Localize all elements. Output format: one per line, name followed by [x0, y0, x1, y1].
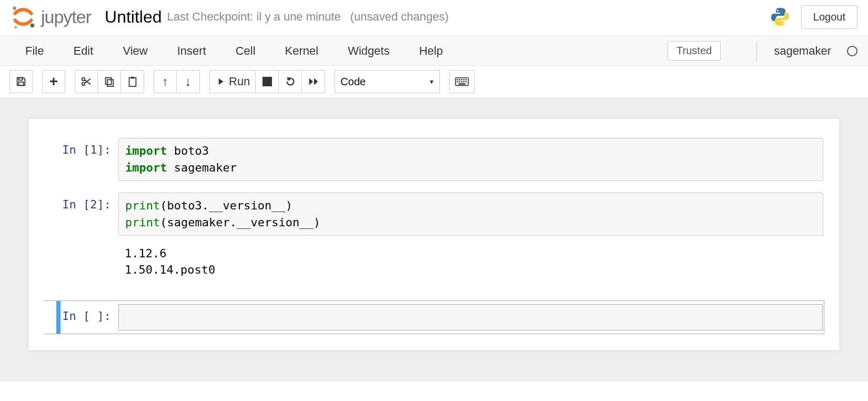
plus-icon: +	[49, 73, 58, 90]
restart-button[interactable]	[279, 70, 302, 93]
python-icon	[770, 6, 791, 27]
menu-view[interactable]: View	[108, 38, 162, 64]
command-palette-button[interactable]	[449, 70, 475, 93]
cell-output: x1.12.6 1.50.14.post0	[29, 239, 839, 292]
menu-kernel[interactable]: Kernel	[270, 38, 334, 64]
svg-rect-22	[463, 81, 465, 82]
svg-rect-5	[18, 78, 22, 81]
svg-rect-14	[457, 79, 458, 80]
svg-rect-9	[105, 78, 111, 85]
save-icon	[15, 76, 27, 87]
stop-icon	[263, 77, 272, 86]
svg-point-3	[776, 9, 778, 11]
checkpoint-text: Last Checkpoint: il y a une minute	[167, 10, 341, 24]
trusted-button[interactable]: Trusted	[668, 41, 721, 61]
jupyter-brand-text: jupyter	[41, 7, 91, 27]
svg-rect-6	[18, 82, 23, 85]
cell-type-select-wrap[interactable]: Code	[335, 70, 440, 93]
run-label: Run	[229, 75, 250, 88]
cell-selection-bar	[56, 301, 60, 334]
restart-run-all-button[interactable]	[302, 70, 325, 93]
code-input[interactable]: import boto3 import sagemaker	[118, 138, 823, 181]
copy-button[interactable]	[98, 70, 121, 93]
svg-point-1	[31, 23, 35, 27]
svg-rect-24	[459, 83, 466, 84]
svg-point-4	[782, 22, 783, 24]
notebook[interactable]: In [1]:import boto3 import sagemakerIn […	[29, 119, 839, 350]
copy-icon	[104, 76, 115, 87]
save-button[interactable]	[9, 70, 33, 93]
menu-file[interactable]: File	[11, 38, 58, 64]
menu-insert[interactable]: Insert	[163, 38, 221, 64]
input-prompt: In [2]:	[45, 193, 118, 211]
svg-rect-12	[131, 77, 134, 79]
header: jupyter Untitled Last Checkpoint: il y a…	[0, 0, 868, 36]
svg-rect-19	[457, 81, 458, 82]
svg-rect-10	[107, 79, 113, 86]
svg-point-0	[13, 6, 16, 10]
paste-icon	[127, 76, 138, 87]
code-input[interactable]: print(boto3.__version__) print(sagemaker…	[118, 193, 823, 236]
input-prompt: In [ ]:	[45, 304, 118, 323]
menu-help[interactable]: Help	[405, 38, 458, 64]
arrow-down-icon: ↓	[185, 74, 191, 89]
svg-point-2	[14, 26, 17, 29]
svg-rect-16	[461, 79, 462, 80]
svg-rect-15	[459, 79, 460, 80]
move-up-button[interactable]: ↑	[154, 70, 177, 93]
kernel-status-icon[interactable]	[847, 46, 857, 56]
logout-button[interactable]: Logout	[801, 5, 857, 29]
kernel-name[interactable]: sagemaker	[774, 44, 831, 58]
run-button[interactable]: Run	[209, 70, 256, 93]
paste-button[interactable]	[121, 70, 144, 93]
interrupt-button[interactable]	[256, 70, 279, 93]
code-cell[interactable]: In [ ]:	[44, 300, 824, 334]
code-input[interactable]	[118, 304, 823, 330]
notebook-name[interactable]: Untitled	[105, 7, 162, 27]
arrow-up-icon: ↑	[162, 74, 168, 89]
svg-rect-17	[463, 79, 465, 80]
jupyter-logo[interactable]: jupyter	[11, 4, 91, 29]
fast-forward-icon	[308, 76, 319, 87]
menubar: FileEditViewInsertCellKernelWidgetsHelp …	[0, 36, 868, 66]
run-icon	[215, 77, 225, 86]
svg-rect-18	[466, 79, 467, 80]
scissors-icon	[80, 76, 92, 87]
move-down-button[interactable]: ↓	[177, 70, 200, 93]
menu-edit[interactable]: Edit	[58, 38, 108, 64]
unsaved-text: (unsaved changes)	[350, 10, 449, 24]
keyboard-icon	[455, 77, 469, 86]
svg-rect-20	[459, 81, 460, 82]
menubar-separator	[756, 41, 757, 61]
notebook-container: In [1]:import boto3 import sagemakerIn […	[0, 98, 868, 382]
restart-icon	[285, 76, 296, 87]
jupyter-icon	[11, 4, 36, 29]
menu-cell[interactable]: Cell	[221, 38, 270, 64]
input-prompt: In [1]:	[45, 138, 118, 156]
code-cell[interactable]: In [1]:import boto3 import sagemaker	[29, 135, 839, 184]
svg-rect-11	[129, 78, 136, 87]
code-cell[interactable]: In [2]:print(boto3.__version__) print(sa…	[29, 189, 839, 239]
output-text: 1.12.6 1.50.14.post0	[118, 242, 221, 282]
svg-rect-21	[461, 81, 462, 82]
toolbar: + ↑ ↓ Run	[0, 66, 868, 98]
svg-rect-23	[466, 81, 467, 82]
add-cell-button[interactable]: +	[42, 70, 65, 93]
cell-type-select[interactable]: Code	[335, 70, 440, 93]
cut-button[interactable]	[75, 70, 98, 93]
menu-widgets[interactable]: Widgets	[333, 38, 404, 64]
